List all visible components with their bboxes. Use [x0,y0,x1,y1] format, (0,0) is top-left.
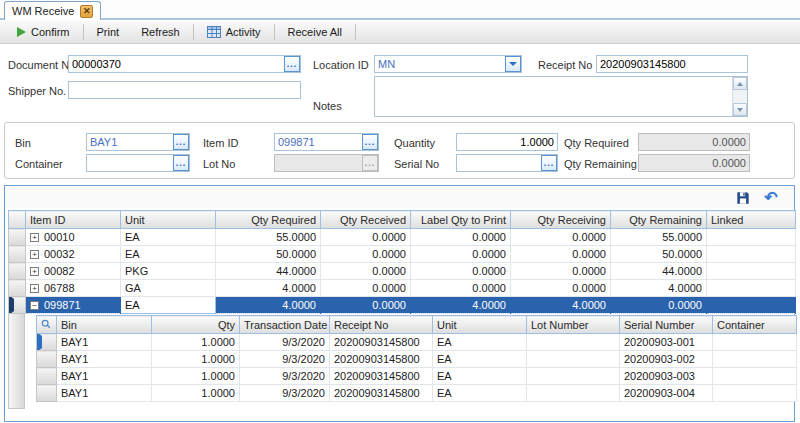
undo-arrow-icon: ↶ [764,191,777,205]
table-row[interactable]: +00032 EA 50.0000 0.0000 0.0000 0.0000 5… [9,246,796,263]
search-header-cell[interactable] [37,316,57,334]
table-row[interactable]: +00010 EA 55.0000 0.0000 0.0000 0.0000 5… [9,229,796,246]
row-selector-current[interactable] [9,297,26,314]
detail-row[interactable]: BAY1 1.0000 9/3/2020 20200903145800 EA 2… [37,351,797,368]
row-selector[interactable] [37,385,57,402]
table-row[interactable]: +00082 PKG 44.0000 0.0000 0.0000 0.0000 … [9,263,796,280]
serial-detail-grid: Bin Qty Transaction Date Receipt No Unit… [36,315,797,402]
location-id-input[interactable] [375,56,505,72]
lot-no-field-wrap: ... [274,154,379,172]
quantity-input[interactable] [457,134,557,150]
row-selector[interactable] [37,368,57,385]
lot-no-input [275,155,362,171]
table-grid-icon [207,26,221,38]
undo-button[interactable]: ↶ [762,189,780,206]
bin-input[interactable] [87,134,173,150]
lot-no-label: Lot No [203,158,235,170]
close-icon[interactable]: ✕ [80,5,93,18]
collapse-minus-icon[interactable]: − [30,301,39,310]
bin-label: Bin [15,137,31,149]
dcol-bin[interactable]: Bin [57,316,152,334]
item-id-label: Item ID [203,137,238,149]
toolbar-separator [193,24,194,40]
col-qty-receiving[interactable]: Qty Receiving [511,211,611,229]
receipt-no-field-wrap [596,55,748,73]
grid-toolbar-strip: ↶ [5,186,794,208]
location-id-label: Location ID [313,59,369,71]
expand-plus-icon[interactable]: + [30,284,39,293]
expand-plus-icon[interactable]: + [30,267,39,276]
expand-plus-icon[interactable]: + [30,233,39,242]
bin-lookup-button[interactable]: ... [173,134,189,150]
col-qty-remaining[interactable]: Qty Remaining [611,211,707,229]
grid-header-row: Item ID Unit Qty Required Qty Received L… [9,211,796,229]
save-button[interactable] [734,189,752,206]
document-no-lookup-button[interactable]: ... [284,56,300,72]
dcol-lot-number[interactable]: Lot Number [527,316,620,334]
col-unit[interactable]: Unit [121,211,216,229]
serial-no-label: Serial No [394,158,439,170]
confirm-button[interactable]: Confirm [6,22,81,43]
tab-bar: WM Receive ✕ [0,0,800,20]
qty-required-label: Qty Required [564,137,629,149]
quantity-field-wrap [456,133,558,151]
qty-required-input [639,134,749,150]
container-field-wrap: ... [86,154,190,172]
search-icon [41,319,51,329]
scroll-down-icon[interactable] [733,103,747,116]
shipper-no-input[interactable] [69,82,300,98]
print-button[interactable]: Print [86,22,131,43]
dcol-transaction-date[interactable]: Transaction Date [240,316,330,334]
expand-plus-icon[interactable]: + [30,250,39,259]
row-selector[interactable] [9,246,26,263]
save-floppy-icon [736,191,750,205]
row-selector[interactable] [9,229,26,246]
notes-scrollbar[interactable] [732,77,747,116]
row-selector[interactable] [8,313,25,409]
item-id-lookup-button[interactable]: ... [362,134,378,150]
detail-row[interactable]: BAY1 1.0000 9/3/2020 20200903145800 EA 2… [37,385,797,402]
row-selector-current[interactable] [37,334,57,351]
receipt-no-input[interactable] [597,56,747,72]
dcol-receipt-no[interactable]: Receipt No [330,316,433,334]
location-id-dropdown-button[interactable] [505,56,521,72]
activity-label: Activity [226,26,261,38]
col-item-id[interactable]: Item ID [26,211,121,229]
row-selector[interactable] [9,280,26,297]
current-row-arrow-icon [9,297,14,314]
item-id-input[interactable] [275,134,362,150]
tab-wm-receive[interactable]: WM Receive ✕ [4,1,101,20]
receipt-no-label: Receipt No [538,59,592,71]
dcol-unit[interactable]: Unit [433,316,527,334]
detail-row[interactable]: BAY1 1.0000 9/3/2020 20200903145800 EA 2… [37,334,797,351]
col-label-qty-to-print[interactable]: Label Qty to Print [411,211,511,229]
col-linked[interactable]: Linked [707,211,796,229]
scroll-up-icon[interactable] [733,77,747,90]
grid-panel: ↶ Item ID Unit Qty Required Qty Received… [4,185,795,422]
table-row[interactable]: +06788 GA 4.0000 0.0000 0.0000 0.0000 4.… [9,280,796,297]
wm-receive-window: WM Receive ✕ Confirm Print Refresh Activ… [0,0,800,423]
toolbar-separator [274,24,275,40]
row-selector-header[interactable] [9,211,26,229]
document-no-input[interactable] [69,56,284,72]
row-selector[interactable] [37,351,57,368]
notes-label: Notes [313,100,342,112]
serial-no-input[interactable] [457,155,541,171]
col-qty-required[interactable]: Qty Required [216,211,321,229]
container-input[interactable] [87,155,173,171]
detail-row[interactable]: BAY1 1.0000 9/3/2020 20200903145800 EA 2… [37,368,797,385]
activity-button[interactable]: Activity [196,22,272,43]
col-qty-received[interactable]: Qty Received [321,211,411,229]
confirm-label: Confirm [31,26,70,38]
notes-textarea[interactable] [374,76,748,117]
serial-no-lookup-button[interactable]: ... [541,155,557,171]
dcol-container[interactable]: Container [713,316,797,334]
row-selector[interactable] [9,263,26,280]
receive-all-button[interactable]: Receive All [277,22,353,43]
refresh-button[interactable]: Refresh [130,22,191,43]
container-lookup-button[interactable]: ... [173,155,189,171]
dcol-serial-number[interactable]: Serial Number [620,316,713,334]
table-row-selected[interactable]: −099871 EA 4.0000 0.0000 4.0000 4.0000 0… [9,297,796,314]
receive-all-label: Receive All [288,26,342,38]
dcol-qty[interactable]: Qty [152,316,240,334]
